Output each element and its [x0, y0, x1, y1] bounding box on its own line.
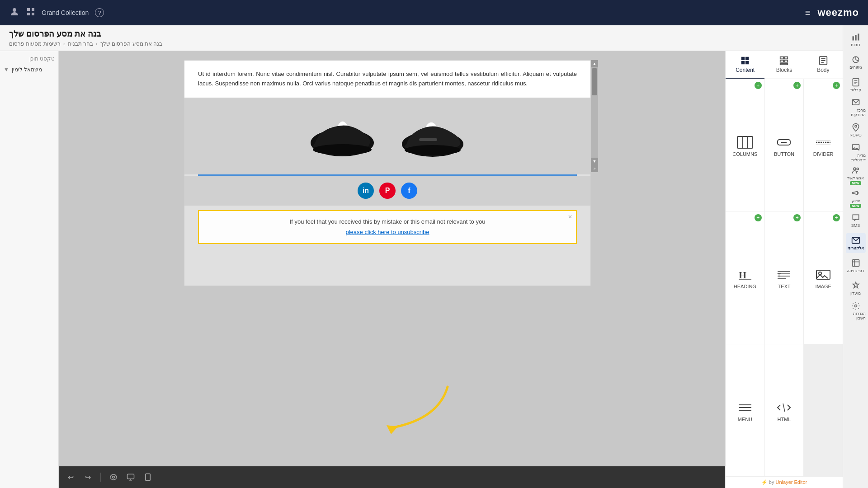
- shoe-image-2: [396, 107, 469, 165]
- topbar-title: Grand Collection: [42, 9, 89, 16]
- sidebar-item-landing[interactable]: דפי נחיתה: [846, 256, 866, 276]
- mobile-view-button[interactable]: [142, 471, 154, 483]
- canvas-area: Ut id interdum lorem. Nunc vitae condime…: [59, 51, 725, 488]
- block-plus-icon: +: [833, 214, 840, 221]
- sidebar-item-contacts[interactable]: אנשי קשר NEW: [846, 165, 866, 185]
- sidebar-item-marketing[interactable]: שיווק NEW: [846, 188, 866, 208]
- svg-rect-32: [784, 57, 788, 59]
- topbar-left: Grand Collection ?: [9, 6, 104, 19]
- email-canvas: Ut id interdum lorem. Nunc vitae condime…: [184, 60, 591, 286]
- svg-rect-5: [852, 36, 854, 40]
- sidebar-item-media[interactable]: מדיה דיגיטלית: [846, 143, 866, 163]
- scroll-expand-arrow[interactable]: »: [591, 165, 598, 172]
- close-box-icon[interactable]: ✕: [568, 214, 572, 220]
- svg-rect-21: [419, 138, 437, 141]
- tab-blocks[interactable]: Blocks: [764, 51, 803, 79]
- breadcrumb-trail: בנה את מסע הפרסום שלך › בחר תבנית › רשימ…: [9, 41, 162, 47]
- block-image[interactable]: + IMAGE: [804, 211, 843, 343]
- sidebar-item-reports[interactable]: דוחות: [846, 30, 866, 50]
- pinterest-icon[interactable]: P: [379, 183, 396, 199]
- svg-point-14: [857, 168, 859, 169]
- shoe-image-1: [306, 107, 378, 165]
- chevron-down-icon: ▼: [4, 66, 9, 73]
- sidebar-item-settings[interactable]: הגדרות חשבון: [846, 301, 866, 321]
- svg-rect-37: [737, 136, 753, 148]
- svg-rect-29: [741, 61, 745, 64]
- block-divider[interactable]: + DIVIDER: [804, 79, 843, 211]
- svg-rect-34: [784, 60, 788, 62]
- direction-dropdown[interactable]: משמאל לימין ▼: [4, 66, 55, 73]
- email-text-section: Ut id interdum lorem. Nunc vitae condime…: [184, 61, 590, 98]
- block-menu[interactable]: MENU: [726, 344, 764, 476]
- scroll-up-arrow[interactable]: ▲: [591, 60, 598, 67]
- preview-button[interactable]: [107, 471, 120, 483]
- linkedin-icon[interactable]: in: [358, 183, 374, 199]
- desktop-view-button[interactable]: [124, 471, 137, 483]
- sidebar-item-messages[interactable]: מרכז ההודעות: [846, 98, 866, 117]
- topbar: Grand Collection ? ≡ weezmo: [0, 0, 868, 25]
- svg-rect-25: [127, 474, 134, 479]
- svg-point-17: [854, 305, 857, 307]
- sidebar-item-club[interactable]: מועדון: [846, 278, 866, 298]
- block-button[interactable]: + BUTTON: [765, 79, 804, 211]
- svg-point-22: [405, 145, 461, 155]
- sidebar-item-sms[interactable]: SMS: [846, 211, 866, 230]
- sidebar-item-receipts[interactable]: קבלות: [846, 75, 866, 95]
- hamburger-icon[interactable]: ≡: [805, 8, 811, 18]
- svg-rect-52: [816, 270, 830, 279]
- redo-button[interactable]: ↪: [81, 471, 94, 483]
- scrollbar[interactable]: ▲ ▼ »: [591, 60, 598, 172]
- help-icon[interactable]: ?: [95, 8, 104, 17]
- svg-point-19: [313, 144, 372, 155]
- blocks-grid: + COLUMNS +: [726, 79, 843, 476]
- block-plus-icon: +: [833, 82, 840, 89]
- svg-rect-2: [32, 8, 34, 11]
- tab-content[interactable]: Content: [726, 51, 764, 79]
- block-plus-icon: +: [755, 214, 762, 221]
- breadcrumb-bar: בנה את מסע הפרסום שלך בנה את מסע הפרסום …: [0, 25, 843, 51]
- sidebar-item-ropo[interactable]: ROPO: [846, 120, 866, 140]
- svg-rect-16: [852, 260, 859, 267]
- block-columns[interactable]: + COLUMNS: [726, 79, 764, 211]
- svg-point-13: [854, 168, 856, 170]
- undo-button[interactable]: ↩: [64, 471, 77, 483]
- svg-marker-23: [387, 425, 398, 434]
- right-panel: Content Blocks Body +: [725, 51, 843, 488]
- breadcrumb-item-3: בנה את מסע הפרסום שלך: [100, 41, 162, 47]
- svg-text:T: T: [777, 272, 781, 279]
- footer-icon: ⚡: [761, 479, 768, 485]
- sidebar-item-analytics[interactable]: ניתוחים: [846, 52, 866, 72]
- sidebar-item-email[interactable]: אלקטרוני: [846, 233, 866, 253]
- right-sidebar: דוחות ניתוחים קבלות מרכז ההודעות ROPO מד…: [843, 25, 868, 488]
- unlayer-link[interactable]: Unlayer Editor: [776, 479, 807, 485]
- editor-layout: טקסט תוכן משמאל לימין ▼ Ut id interdum l…: [0, 51, 843, 488]
- facebook-icon[interactable]: f: [401, 183, 417, 199]
- avatar-icon[interactable]: [9, 6, 20, 19]
- page-title: בנה את מסע הפרסום שלך: [9, 29, 101, 39]
- svg-rect-30: [745, 61, 749, 64]
- email-images-section: [184, 98, 590, 174]
- scroll-down-arrow[interactable]: ▼: [591, 158, 598, 165]
- canvas-toolbar: ↩ ↪: [59, 466, 725, 488]
- svg-line-57: [783, 404, 785, 412]
- block-heading[interactable]: + H HEADING: [726, 211, 764, 343]
- block-plus-icon: +: [793, 214, 801, 221]
- grid-icon[interactable]: [26, 7, 35, 19]
- block-html[interactable]: HTML: [765, 344, 804, 476]
- unsubscribe-box: If you feel that you received this by mi…: [198, 210, 577, 244]
- svg-point-24: [113, 476, 115, 479]
- block-plus-icon: +: [793, 82, 801, 89]
- svg-rect-4: [32, 13, 34, 15]
- svg-point-11: [854, 125, 856, 127]
- unsubscribe-link[interactable]: please click here to unsubscribe: [346, 229, 429, 235]
- block-text[interactable]: + T TEXT: [765, 211, 804, 343]
- tab-body[interactable]: Body: [804, 51, 843, 79]
- topbar-right: ≡ weezmo: [805, 7, 859, 19]
- content-area: בנה את מסע הפרסום שלך בנה את מסע הפרסום …: [0, 25, 843, 488]
- direction-label: משמאל לימין: [12, 66, 42, 73]
- breadcrumb-item-1: רשימות מסעות פרסום: [9, 41, 61, 47]
- breadcrumb-item-2: בחר תבנית: [68, 41, 93, 47]
- left-text-panel: טקסט תוכן משמאל לימין ▼: [0, 51, 59, 488]
- topbar-logo: weezmo: [817, 7, 859, 19]
- unlayer-footer: ⚡ by Unlayer Editor: [726, 476, 843, 488]
